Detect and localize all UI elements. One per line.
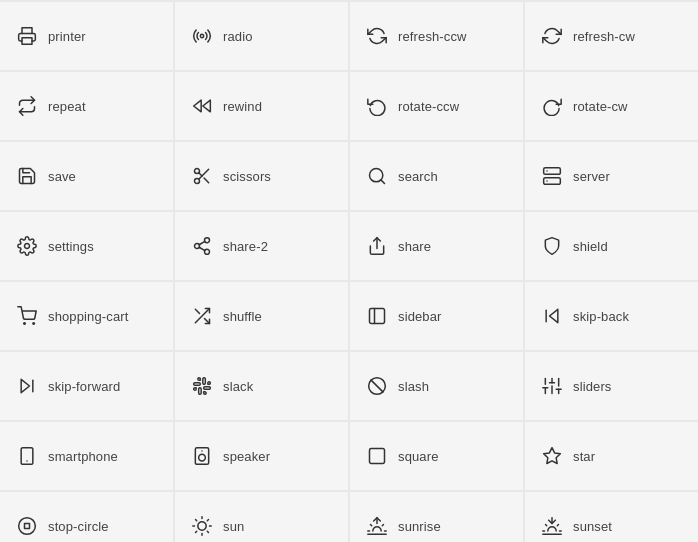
list-item: share xyxy=(350,212,523,280)
rewind-icon xyxy=(191,95,213,117)
svg-line-34 xyxy=(371,380,383,392)
list-item: skip-back xyxy=(525,282,698,350)
radio-icon xyxy=(191,25,213,47)
list-item: skip-forward xyxy=(0,352,173,420)
icon-label: speaker xyxy=(223,449,270,464)
skip-back-icon xyxy=(541,305,563,327)
list-item: rewind xyxy=(175,72,348,140)
svg-line-63 xyxy=(371,525,372,526)
icon-label: share xyxy=(398,239,431,254)
list-item: sidebar xyxy=(350,282,523,350)
icon-grid: printer radio refresh-ccw refresh-cw rep… xyxy=(0,0,698,542)
svg-line-10 xyxy=(381,180,385,184)
svg-line-72 xyxy=(557,525,558,526)
share-icon xyxy=(366,235,388,257)
list-item: sunrise xyxy=(350,492,523,542)
icon-label: shield xyxy=(573,239,608,254)
list-item: star xyxy=(525,422,698,490)
list-item: speaker xyxy=(175,422,348,490)
skip-forward-icon xyxy=(16,375,38,397)
save-icon xyxy=(16,165,38,187)
icon-label: square xyxy=(398,449,439,464)
icon-label: star xyxy=(573,449,595,464)
list-item: shopping-cart xyxy=(0,282,173,350)
icon-label: rotate-ccw xyxy=(398,99,459,114)
svg-line-56 xyxy=(196,520,197,521)
icon-label: refresh-cw xyxy=(573,29,635,44)
icon-label: sidebar xyxy=(398,309,442,324)
svg-marker-31 xyxy=(21,379,29,392)
svg-rect-52 xyxy=(25,524,30,529)
printer-icon xyxy=(16,25,38,47)
list-item: shield xyxy=(525,212,698,280)
svg-marker-50 xyxy=(544,448,561,464)
icon-label: server xyxy=(573,169,610,184)
refresh-ccw-icon xyxy=(366,25,388,47)
icon-label: sliders xyxy=(573,379,611,394)
svg-rect-12 xyxy=(544,178,561,185)
svg-marker-29 xyxy=(550,309,558,322)
svg-rect-49 xyxy=(370,449,385,464)
icon-label: radio xyxy=(223,29,253,44)
icon-label: printer xyxy=(48,29,86,44)
list-item: refresh-cw xyxy=(525,2,698,70)
list-item: stop-circle xyxy=(0,492,173,542)
share-2-icon xyxy=(191,235,213,257)
svg-point-53 xyxy=(198,522,206,530)
svg-line-60 xyxy=(196,531,197,532)
list-item: rotate-cw xyxy=(525,72,698,140)
list-item: settings xyxy=(0,212,173,280)
icon-label: sun xyxy=(223,519,244,534)
sunrise-icon xyxy=(366,515,388,537)
icon-label: shuffle xyxy=(223,309,262,324)
svg-point-15 xyxy=(25,244,30,249)
list-item: repeat xyxy=(0,72,173,140)
svg-rect-44 xyxy=(21,448,33,465)
list-item: shuffle xyxy=(175,282,348,350)
list-item: refresh-ccw xyxy=(350,2,523,70)
star-icon xyxy=(541,445,563,467)
svg-line-20 xyxy=(199,241,205,244)
svg-line-66 xyxy=(382,525,383,526)
sunset-icon xyxy=(541,515,563,537)
icon-label: sunset xyxy=(573,519,612,534)
icon-label: slash xyxy=(398,379,429,394)
sidebar-icon xyxy=(366,305,388,327)
rotate-ccw-icon xyxy=(366,95,388,117)
smartphone-icon xyxy=(16,445,38,467)
svg-rect-0 xyxy=(22,38,32,45)
slash-icon xyxy=(366,375,388,397)
icon-label: slack xyxy=(223,379,253,394)
list-item: sunset xyxy=(525,492,698,542)
stop-circle-icon xyxy=(16,515,38,537)
svg-line-7 xyxy=(204,178,209,183)
speaker-icon xyxy=(191,445,213,467)
icon-label: rewind xyxy=(223,99,262,114)
shopping-cart-icon xyxy=(16,305,38,327)
icon-label: search xyxy=(398,169,438,184)
settings-icon xyxy=(16,235,38,257)
svg-rect-46 xyxy=(195,448,208,465)
svg-line-26 xyxy=(195,309,199,313)
svg-marker-2 xyxy=(194,100,202,112)
icon-label: repeat xyxy=(48,99,86,114)
icon-label: share-2 xyxy=(223,239,268,254)
svg-marker-3 xyxy=(203,100,211,112)
list-item: sun xyxy=(175,492,348,542)
slack-icon xyxy=(191,375,213,397)
list-item: square xyxy=(350,422,523,490)
svg-line-61 xyxy=(207,520,208,521)
svg-rect-27 xyxy=(370,309,385,324)
svg-line-69 xyxy=(546,525,547,526)
icon-label: save xyxy=(48,169,76,184)
svg-point-23 xyxy=(33,323,35,325)
icon-label: skip-back xyxy=(573,309,629,324)
svg-point-51 xyxy=(19,518,36,535)
list-item: radio xyxy=(175,2,348,70)
svg-point-47 xyxy=(199,454,206,461)
svg-line-57 xyxy=(207,531,208,532)
svg-point-22 xyxy=(24,323,26,325)
search-icon xyxy=(366,165,388,187)
svg-line-19 xyxy=(199,247,205,250)
square-icon xyxy=(366,445,388,467)
